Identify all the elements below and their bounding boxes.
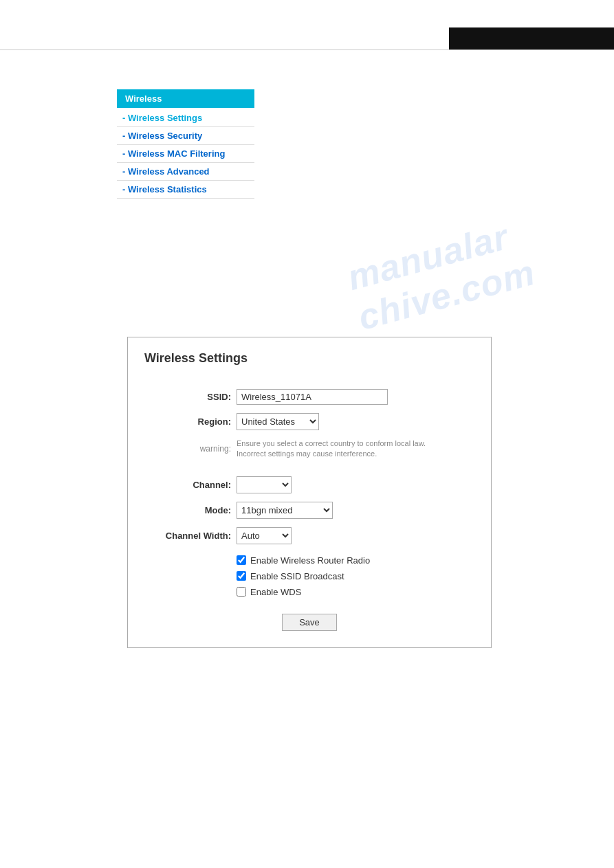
region-row: Region: United States <box>144 409 474 434</box>
sidebar-item-wireless-statistics[interactable]: - Wireless Statistics <box>117 181 254 199</box>
sidebar-item-wireless-mac-filtering[interactable]: - Wireless MAC Filtering <box>117 145 254 163</box>
sidebar-item-wireless-security[interactable]: - Wireless Security <box>117 127 254 145</box>
enable-wireless-router-radio-checkbox[interactable] <box>237 555 246 565</box>
sidebar-item-wireless-settings[interactable]: - Wireless Settings <box>117 109 254 127</box>
ssid-input[interactable] <box>237 389 388 405</box>
settings-form: SSID: Region: United States warning: Ens… <box>144 385 474 604</box>
sidebar-item-wireless-advanced[interactable]: - Wireless Advanced <box>117 163 254 181</box>
enable-ssid-broadcast-checkbox[interactable] <box>237 571 246 581</box>
region-label: Region: <box>144 409 234 434</box>
mode-label: Mode: <box>144 498 234 523</box>
checkbox-enable-ssid-broadcast: Enable SSID Broadcast <box>237 568 472 584</box>
channel-width-row: Channel Width: Auto <box>144 523 474 548</box>
checkbox-enable-wds: Enable WDS <box>237 584 472 600</box>
enable-ssid-broadcast-label: Enable SSID Broadcast <box>250 571 344 581</box>
sidebar-nav: Wireless - Wireless Settings - Wireless … <box>117 89 254 199</box>
warning-row: warning: Ensure you select a correct cou… <box>144 434 474 464</box>
region-select[interactable]: United States <box>237 413 319 430</box>
warning-text: Ensure you select a correct country to c… <box>237 438 429 460</box>
ssid-row: SSID: <box>144 385 474 409</box>
watermark: manualarchive.com <box>343 212 539 338</box>
channel-row: Channel: <box>144 472 474 498</box>
channel-width-label: Channel Width: <box>144 523 234 548</box>
enable-wds-label: Enable WDS <box>250 587 301 597</box>
channel-select[interactable] <box>237 476 292 493</box>
channel-label: Channel: <box>144 472 234 498</box>
enable-wireless-router-radio-label: Enable Wireless Router Radio <box>250 555 370 566</box>
warning-label: warning: <box>144 434 234 464</box>
wireless-settings-panel: Wireless Settings SSID: Region: United S… <box>127 337 492 648</box>
mode-row: Mode: 11bgn mixed <box>144 498 474 523</box>
save-button[interactable]: Save <box>282 614 337 631</box>
mode-select[interactable]: 11bgn mixed <box>237 502 333 519</box>
channel-width-select[interactable]: Auto <box>237 527 292 544</box>
nav-header: Wireless <box>117 89 254 108</box>
top-bar <box>449 27 614 49</box>
ssid-label: SSID: <box>144 385 234 409</box>
checkbox-enable-radio: Enable Wireless Router Radio <box>237 553 472 568</box>
checkboxes-row: Enable Wireless Router Radio Enable SSID… <box>144 548 474 604</box>
save-row: Save <box>144 614 474 631</box>
panel-title: Wireless Settings <box>144 351 474 371</box>
top-divider <box>0 49 614 50</box>
enable-wds-checkbox[interactable] <box>237 587 246 597</box>
